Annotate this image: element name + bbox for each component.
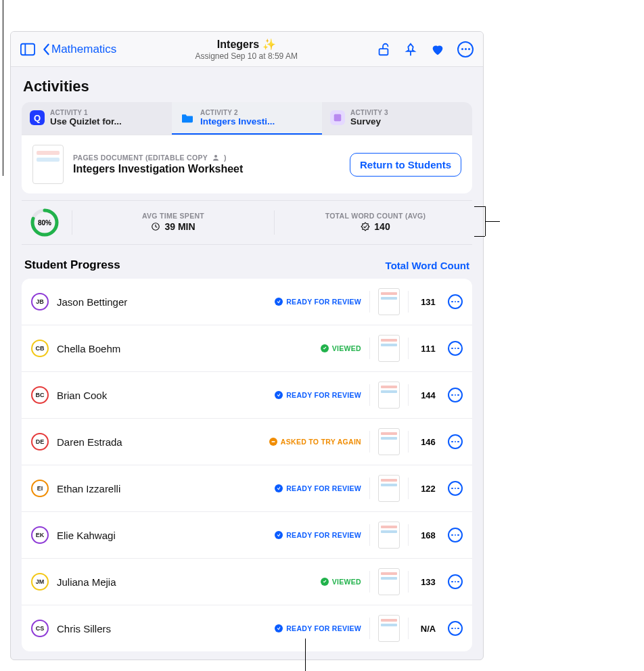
svg-rect-4 bbox=[334, 114, 342, 122]
svg-marker-14 bbox=[277, 487, 281, 490]
heart-icon[interactable] bbox=[430, 42, 445, 57]
activity-tab[interactable]: QACTIVITY 1Use Quizlet for... bbox=[22, 102, 172, 135]
student-row[interactable]: CSChris SillersREADY FOR REVIEWN/A bbox=[22, 605, 472, 651]
word-count-cell: N/A bbox=[417, 624, 440, 634]
callout-line bbox=[474, 206, 485, 207]
clock-icon bbox=[151, 222, 160, 231]
submission-thumbnail[interactable] bbox=[378, 288, 400, 315]
back-label: Mathematics bbox=[51, 43, 116, 56]
status-icon bbox=[275, 531, 283, 539]
badge-icon bbox=[361, 222, 370, 231]
divider bbox=[408, 431, 409, 453]
row-more-button[interactable] bbox=[448, 388, 463, 402]
callout-line bbox=[305, 639, 306, 671]
student-row[interactable]: CBChella BoehmVIEWED111 bbox=[22, 325, 472, 372]
activity-tab[interactable]: ACTIVITY 3Survey bbox=[322, 102, 472, 135]
submission-thumbnail[interactable] bbox=[378, 335, 400, 362]
student-row[interactable]: EIEthan IzzarelliREADY FOR REVIEW122 bbox=[22, 465, 472, 512]
row-more-button[interactable] bbox=[448, 294, 463, 309]
row-more-button[interactable] bbox=[448, 481, 463, 496]
submission-thumbnail[interactable] bbox=[378, 428, 400, 455]
svg-marker-9 bbox=[361, 223, 369, 231]
status-badge: READY FOR REVIEW bbox=[275, 391, 361, 399]
submission-thumbnail[interactable] bbox=[378, 475, 400, 502]
divider bbox=[369, 384, 370, 406]
status-badge: READY FOR REVIEW bbox=[275, 298, 361, 306]
student-row[interactable]: BCBrian CookREADY FOR REVIEW144 bbox=[22, 372, 472, 419]
divider bbox=[369, 291, 370, 313]
avg-time-value: 39 MIN bbox=[164, 221, 195, 232]
tab-overline: ACTIVITY 2 bbox=[200, 109, 275, 116]
document-thumbnail[interactable] bbox=[32, 145, 64, 184]
student-name: Daren Estrada bbox=[57, 436, 261, 448]
metrics-row: 80% AVG TIME SPENT 39 MIN TOTAL WORD COU… bbox=[22, 200, 472, 245]
status-icon bbox=[321, 578, 329, 586]
status-icon bbox=[275, 298, 283, 306]
student-avatar: EK bbox=[31, 526, 49, 544]
svg-rect-0 bbox=[21, 43, 34, 55]
word-count-label: TOTAL WORD COUNT (AVG) bbox=[287, 212, 464, 220]
submission-thumbnail[interactable] bbox=[378, 381, 400, 409]
word-count-cell: 111 bbox=[417, 344, 440, 354]
svg-rect-13 bbox=[271, 441, 275, 442]
student-row[interactable]: DEDaren EstradaASKED TO TRY AGAIN146 bbox=[22, 419, 472, 465]
page-subtitle: Assigned Sep 10 at 8:59 AM bbox=[116, 51, 376, 61]
divider bbox=[369, 431, 370, 453]
survey-icon bbox=[330, 110, 345, 125]
student-avatar: EI bbox=[31, 480, 49, 497]
activity-document-card: PAGES DOCUMENT (EDITABLE COPY ) Integers… bbox=[22, 135, 472, 193]
row-more-button[interactable] bbox=[448, 528, 463, 542]
sidebar-toggle-icon[interactable] bbox=[20, 42, 35, 57]
word-count-cell: 168 bbox=[417, 530, 440, 540]
svg-marker-10 bbox=[277, 300, 281, 304]
status-badge: READY FOR REVIEW bbox=[275, 624, 361, 632]
word-count-cell: 146 bbox=[417, 437, 440, 447]
back-button[interactable]: Mathematics bbox=[42, 43, 116, 56]
word-count-cell: 144 bbox=[417, 390, 440, 400]
chevron-left-icon bbox=[42, 43, 50, 55]
total-word-count-link[interactable]: Total Word Count bbox=[386, 260, 469, 271]
app-window: Mathematics Integers ✨ Assigned Sep 10 a… bbox=[10, 31, 484, 660]
student-name: Chella Boehm bbox=[57, 343, 313, 354]
row-more-button[interactable] bbox=[448, 621, 463, 636]
row-more-button[interactable] bbox=[448, 574, 463, 589]
callout-line bbox=[3, 0, 3, 176]
divider bbox=[369, 524, 370, 546]
status-icon bbox=[275, 624, 283, 632]
row-more-button[interactable] bbox=[448, 341, 463, 356]
status-icon bbox=[275, 391, 283, 399]
svg-marker-12 bbox=[277, 394, 281, 397]
student-avatar: JM bbox=[31, 573, 49, 591]
more-menu-button[interactable] bbox=[457, 41, 474, 57]
tab-label: Use Quizlet for... bbox=[50, 116, 122, 126]
student-name: Jason Bettinger bbox=[57, 296, 267, 308]
row-more-button[interactable] bbox=[448, 434, 463, 449]
progress-ring: 80% bbox=[30, 208, 60, 237]
student-row[interactable]: JMJuliana MejiaVIEWED133 bbox=[22, 559, 472, 605]
student-name: Elie Kahwagi bbox=[57, 530, 267, 541]
word-count-cell: 133 bbox=[417, 577, 440, 587]
student-row[interactable]: JBJason BettingerREADY FOR REVIEW131 bbox=[22, 279, 472, 325]
return-to-students-button[interactable]: Return to Students bbox=[350, 153, 461, 177]
status-icon bbox=[269, 438, 277, 446]
word-count-value: 140 bbox=[374, 221, 390, 232]
activities-heading: Activities bbox=[11, 67, 483, 102]
divider bbox=[408, 291, 409, 313]
submission-thumbnail[interactable] bbox=[378, 615, 400, 642]
status-badge: READY FOR REVIEW bbox=[275, 484, 361, 492]
activity-tab[interactable]: ACTIVITY 2Integers Investi... bbox=[172, 102, 322, 135]
submission-thumbnail[interactable] bbox=[378, 568, 400, 595]
submission-thumbnail[interactable] bbox=[378, 522, 400, 549]
student-progress-heading: Student Progress bbox=[24, 258, 120, 272]
word-count-cell: 122 bbox=[417, 484, 440, 494]
tab-label: Survey bbox=[350, 116, 388, 126]
status-badge: VIEWED bbox=[321, 578, 361, 586]
unlock-icon[interactable] bbox=[376, 42, 391, 57]
divider bbox=[369, 571, 370, 593]
student-avatar: CB bbox=[31, 340, 49, 357]
pin-icon[interactable] bbox=[403, 42, 418, 57]
quizlet-icon: Q bbox=[30, 110, 45, 125]
student-avatar: DE bbox=[31, 433, 49, 450]
student-row[interactable]: EKElie KahwagiREADY FOR REVIEW168 bbox=[22, 512, 472, 559]
navbar: Mathematics Integers ✨ Assigned Sep 10 a… bbox=[11, 32, 483, 67]
